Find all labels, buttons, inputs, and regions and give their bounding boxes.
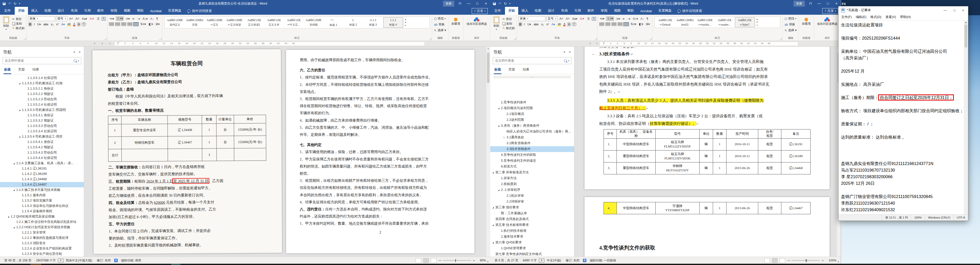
ribbon-tab-4[interactable]: 设计 bbox=[545, 7, 558, 15]
justify-icon[interactable] bbox=[127, 22, 132, 26]
nav-item-25[interactable]: 1.QHSE管理要求 bbox=[490, 246, 574, 251]
style-chip-8[interactable]: 一、标题 1 bbox=[324, 17, 343, 28]
multilevel-list-icon[interactable]: ⁝≡▾ bbox=[615, 17, 621, 21]
nav-item-19[interactable]: 附：工作量确认单 bbox=[490, 210, 574, 216]
shrink-font-icon[interactable]: A˅ bbox=[565, 17, 570, 21]
save-icon[interactable] bbox=[493, 2, 496, 5]
nav-item-24[interactable]: ◢第六章 QHSE要求 bbox=[490, 240, 574, 246]
nav-item-16[interactable]: ◢1.1.4 主要施工设备、机具（器具）-承... bbox=[0, 161, 84, 166]
nav-item-6[interactable]: ◢1.1.3.5.3 司机兼清运工-邢国明 bbox=[0, 107, 84, 113]
collapse-ribbon-icon[interactable]: ∧ bbox=[487, 260, 489, 263]
nav-item-1[interactable]: ◢1.1.3.5.2 司机兼清运工-刘旭 bbox=[0, 81, 84, 86]
find-button[interactable]: 查找▾ bbox=[784, 16, 797, 22]
tell-me-search[interactable]: 操作说明搜索 bbox=[185, 9, 215, 15]
show-marks-icon[interactable]: ¶ bbox=[156, 17, 159, 21]
paste-button[interactable]: 粘贴▾ bbox=[2, 16, 11, 31]
style-gallery-more-icon[interactable]: ▲▼▾ bbox=[404, 18, 407, 27]
web-layout-button[interactable] bbox=[431, 258, 436, 263]
nav-tab-2[interactable]: 结果 bbox=[32, 66, 40, 74]
nav-item-14[interactable]: 2.授标原则 bbox=[490, 181, 574, 187]
ribbon-tab-0[interactable]: 文件 bbox=[490, 7, 505, 15]
track-changes-indicator[interactable]: 修订: 关闭 bbox=[94, 259, 113, 263]
save-icon[interactable] bbox=[3, 2, 6, 5]
redo-icon[interactable]: ↻ bbox=[14, 2, 16, 6]
line-spacing-icon[interactable]: ⇅≡▾ bbox=[140, 22, 147, 26]
nav-item-26[interactable]: ◢1.2 QHSE相关规范及保证措施 bbox=[0, 214, 84, 219]
login-button[interactable]: 登录 bbox=[794, 1, 805, 6]
shading-icon[interactable]: ◧▾ bbox=[638, 22, 644, 26]
nav-item-9[interactable]: 4.竞争性谈判文件的获取 bbox=[490, 152, 574, 158]
notepad-titlebar[interactable]: *无标题 - 记事本 — □ × bbox=[838, 6, 968, 14]
ribbon-tab-5[interactable]: 布局 bbox=[68, 7, 81, 15]
align-right-icon[interactable] bbox=[611, 22, 617, 26]
proofing-icon[interactable]: ✗ bbox=[539, 259, 544, 262]
clipboard-dialog-launcher-icon[interactable] bbox=[514, 37, 516, 40]
nav-pane-menu-icon[interactable]: ▾ bbox=[73, 51, 75, 54]
ribbon-tab-5[interactable]: 布局 bbox=[558, 7, 571, 15]
proofing-icon[interactable]: ✗ bbox=[58, 259, 64, 262]
redo-icon[interactable]: ↻ bbox=[504, 2, 507, 6]
char-shading-icon[interactable]: A bbox=[567, 22, 571, 26]
nav-item-28[interactable]: ◢1.2.2 HSE计划书及安全环保技术措施 bbox=[0, 225, 84, 230]
page-indicator[interactable]: 第 45 页，共 156 页 bbox=[2, 259, 34, 263]
borders-icon[interactable]: ⊞▾ bbox=[645, 22, 651, 26]
shading-icon[interactable]: ◧▾ bbox=[148, 22, 154, 26]
nav-item-7[interactable]: 3.2商务资格条件 bbox=[490, 140, 574, 146]
ribbon-tab-8[interactable]: 审阅 bbox=[107, 7, 120, 15]
zoom-slider[interactable]: —＋ bbox=[438, 259, 476, 263]
maximize-icon[interactable]: □ bbox=[473, 0, 482, 7]
ribbon-tab-0[interactable]: 文件 bbox=[0, 7, 15, 15]
paste-button[interactable]: 粘贴▾ bbox=[492, 16, 501, 31]
close-icon[interactable]: × bbox=[482, 0, 490, 7]
save-to-baidu-button[interactable]: 保存到百度网盘 bbox=[465, 16, 489, 26]
font-color-icon[interactable]: A bbox=[563, 22, 566, 26]
italic-icon[interactable]: I bbox=[523, 22, 525, 26]
font-size-select[interactable]: 四号▾ bbox=[56, 16, 67, 21]
ribbon-tab-8[interactable]: 审阅 bbox=[597, 7, 611, 15]
style-chip-2[interactable]: AaBbCcDdI↵msolist... bbox=[695, 17, 714, 27]
save-to-baidu-button[interactable]: 保存到百度网盘 bbox=[816, 16, 839, 26]
notepad-menu-0[interactable]: 文件(F) bbox=[840, 14, 853, 20]
undo-icon[interactable]: ↶ bbox=[8, 2, 11, 6]
nav-item-2[interactable]: 2.1项目概况 bbox=[490, 111, 574, 117]
sort-icon[interactable]: A↓ bbox=[640, 17, 645, 21]
style-chip-6[interactable]: AaBbCcD(↵中文正... bbox=[284, 17, 304, 27]
font-dialog-launcher-icon[interactable] bbox=[104, 37, 107, 40]
accessibility-status[interactable]: 辅助功能: 一切就绪 bbox=[587, 259, 618, 263]
underline-icon[interactable]: U▾ bbox=[527, 22, 532, 26]
nav-item-2[interactable]: 1.1.3.5.2.1 身份证 bbox=[0, 86, 84, 91]
addins-button[interactable]: 加载项 bbox=[800, 16, 812, 26]
titlebar[interactable]: ↶↻▾生活垃圾清运处置库内公开谈判文件(高采).(1) [兼容模式] - Wor… bbox=[490, 0, 841, 7]
sort-icon[interactable]: A↓ bbox=[150, 17, 154, 21]
language-indicator[interactable]: 中文(中国) bbox=[544, 259, 563, 263]
char-border-icon[interactable]: A bbox=[592, 17, 596, 21]
nav-tab-1[interactable]: 页面 bbox=[18, 66, 25, 74]
decrease-indent-icon[interactable]: ⇤ bbox=[622, 17, 626, 21]
nav-item-3[interactable]: 2.2谈判范围 bbox=[490, 117, 574, 123]
highlight-color-icon[interactable]: ab bbox=[557, 22, 562, 26]
ribbon-tab-3[interactable]: 绘图 bbox=[41, 7, 54, 15]
nav-item-6[interactable]: ▷3.1通用条款 bbox=[490, 135, 574, 140]
bold-icon[interactable]: B bbox=[519, 22, 522, 26]
numbering-icon[interactable]: ⒈≡▾ bbox=[116, 16, 124, 21]
notepad-zoom[interactable]: 100% bbox=[911, 214, 924, 221]
nav-tab-0[interactable]: 标题 bbox=[494, 66, 501, 74]
italic-icon[interactable]: I bbox=[33, 22, 35, 26]
nav-item-13[interactable]: 1.1.3.5.4.2 驾驶证 bbox=[0, 145, 84, 150]
char-border-icon[interactable]: A bbox=[102, 17, 106, 21]
page-indicator[interactable]: 第 5 页，共 27 页 bbox=[492, 259, 520, 263]
nav-scroll-widget[interactable]: ▴ bbox=[494, 76, 571, 78]
nav-item-23[interactable]: 2.服务技术要求 bbox=[490, 234, 574, 240]
style-chip-2[interactable]: AaBbCcDdE↵正文 bbox=[205, 17, 224, 27]
nav-item-30[interactable]: 1.2.2.2 事故的应急救援与查处理 bbox=[0, 235, 84, 241]
nav-item-22[interactable]: 1.1.5.1 服务内容 bbox=[0, 193, 84, 198]
minimize-icon[interactable]: — bbox=[465, 0, 473, 7]
copy-button[interactable]: 复制 bbox=[12, 21, 25, 26]
ribbon-tab-12[interactable]: 百度网盘 bbox=[165, 7, 185, 15]
nav-pane-close-icon[interactable]: ✕ bbox=[78, 51, 81, 54]
change-case-icon[interactable]: Aa▾ bbox=[81, 17, 88, 21]
align-right-icon[interactable] bbox=[121, 22, 126, 26]
collapse-ribbon-icon[interactable]: ∧ bbox=[837, 260, 839, 263]
nav-tab-0[interactable]: 标题 bbox=[3, 66, 11, 74]
document-page-1[interactable]: 行正业自承（具备车）；▪3.3技术资格条件 ↵3.3.1 本次谈判要求承包（服务… bbox=[584, 47, 830, 189]
